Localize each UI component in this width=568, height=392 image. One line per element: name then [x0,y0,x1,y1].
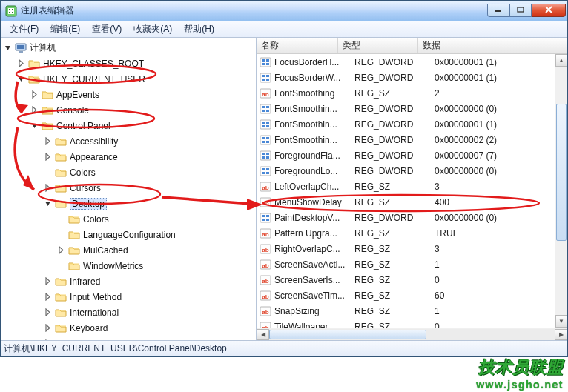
reg-sz-icon [260,196,271,208]
value-data: TRUE [435,228,555,239]
list-row[interactable]: RightOverlapC...REG_SZ3 [257,241,555,256]
list-row[interactable]: FontSmoothin...REG_DWORD0x00000002 (2) [257,132,555,147]
tree-node[interactable]: Accessibility [1,133,256,149]
vertical-scrollbar[interactable]: ▲ ▼ [555,54,567,328]
list-row[interactable]: Pattern Upgra...REG_SZTRUE [257,225,555,241]
list-row[interactable]: ScreenSaverIs...REG_SZ0 [257,272,555,288]
scroll-up-button[interactable]: ▲ [555,54,567,67]
tree-node[interactable]: Control Panel [1,118,256,133]
list-row[interactable]: TileWallpaperREG_SZ0 [257,319,555,328]
scroll-right-button[interactable]: ▶ [555,329,567,340]
expand-icon[interactable] [44,199,52,207]
tree-node[interactable]: Keyboard [1,320,256,336]
value-type: REG_SZ [354,322,435,328]
folder-icon [55,198,67,210]
folder-icon [68,260,80,272]
menu-edit[interactable]: 编辑(E) [44,21,86,37]
tree-pane[interactable]: 计算机HKEY_CLASSES_ROOTHKEY_CURRENT_USERApp… [1,38,257,340]
expand-icon[interactable] [57,246,65,254]
expand-icon[interactable] [17,75,25,83]
tree-node[interactable]: Appearance [1,149,256,165]
horizontal-scrollbar[interactable]: ◀ ▶ [257,328,567,340]
value-type: REG_DWORD [354,150,435,161]
expand-icon[interactable] [44,137,52,145]
value-data: 0x00000000 (0) [435,213,555,223]
tree-node[interactable]: Input Method [1,289,256,305]
tree-node[interactable]: Cursors [1,180,256,196]
tree-node[interactable]: Infrared [1,273,256,289]
value-name: ScreenSaveTim... [274,290,354,301]
list-row[interactable]: FocusBorderW...REG_DWORD0x00000001 (1) [257,70,555,85]
list-row[interactable]: FocusBorderH...REG_DWORD0x00000001 (1) [257,54,555,70]
value-data: 0x00000001 (1) [435,57,555,67]
expand-icon[interactable] [44,324,52,332]
tree-node[interactable]: Colors [1,165,256,180]
list-row[interactable]: ScreenSaveTim...REG_SZ60 [257,288,555,303]
expand-icon[interactable] [30,122,39,130]
list-row[interactable]: ForegroundFla...REG_DWORD0x00000007 (7) [257,147,555,163]
tree-node[interactable]: Mouse [1,336,256,340]
menu-file[interactable]: 文件(F) [4,21,44,37]
list-row[interactable]: FontSmoothingREG_SZ2 [257,85,555,101]
tree-node[interactable]: HKEY_CURRENT_USER [1,71,256,87]
status-path: 计算机\HKEY_CURRENT_USER\Control Panel\Desk… [4,342,227,355]
tree-node[interactable]: Console [1,102,256,118]
list-row[interactable]: ScreenSaveActi...REG_SZ1 [257,256,555,272]
header-name[interactable]: 名称 [257,38,338,53]
expand-icon[interactable] [17,59,25,67]
maximize-button[interactable] [509,4,532,17]
header-type[interactable]: 类型 [338,38,418,53]
menu-help[interactable]: 帮助(H) [178,21,220,37]
expand-icon[interactable] [44,153,52,161]
header-data[interactable]: 数据 [418,38,567,53]
expand-icon[interactable] [44,184,52,192]
folder-icon [55,338,67,341]
reg-sz-icon [260,290,271,302]
menu-favorites[interactable]: 收藏夹(A) [128,21,178,37]
client-area: 计算机HKEY_CLASSES_ROOTHKEY_CURRENT_USERApp… [1,38,567,340]
list-row[interactable]: LeftOverlapCh...REG_SZ3 [257,179,555,194]
scroll-htrack[interactable] [269,329,555,340]
tree-label: HKEY_CLASSES_ROOT [43,59,144,69]
expand-icon[interactable] [30,106,39,114]
tree-node[interactable]: LanguageConfiguration [1,227,256,242]
scroll-down-button[interactable]: ▼ [555,315,567,328]
value-type: REG_DWORD [354,73,435,83]
tree-node[interactable]: WindowMetrics [1,258,256,273]
scroll-left-button[interactable]: ◀ [257,329,269,340]
tree-node[interactable]: International [1,305,256,320]
expand-icon[interactable] [44,308,52,316]
value-type: REG_SZ [354,88,435,99]
reg-dword-icon [260,56,271,68]
list-row[interactable]: MenuShowDelayREG_SZ400 [257,194,555,210]
list-pane: 名称 类型 数据 FocusBorderH...REG_DWORD0x00000… [257,38,567,340]
tree-node[interactable]: HKEY_CLASSES_ROOT [1,56,256,71]
close-button[interactable] [532,4,566,17]
minimize-button[interactable] [487,4,509,17]
scroll-track[interactable] [555,67,567,315]
scroll-hthumb[interactable] [269,330,426,339]
tree-root-node[interactable]: 计算机 [1,40,256,56]
tree-node[interactable]: Colors [1,211,256,227]
expand-icon[interactable] [44,293,52,301]
expand-icon[interactable] [44,339,52,340]
tree-node[interactable]: Desktop [1,196,256,211]
list-row[interactable]: SnapSizingREG_SZ1 [257,303,555,319]
folder-icon [55,291,67,303]
titlebar[interactable]: 注册表编辑器 [1,1,567,21]
scroll-thumb[interactable] [556,104,567,240]
menu-view[interactable]: 查看(V) [86,21,128,37]
list-row[interactable]: FontSmoothin...REG_DWORD0x00000000 (0) [257,101,555,116]
expand-icon[interactable] [44,277,52,285]
reg-sz-icon [260,87,271,99]
list-row[interactable]: ForegroundLo...REG_DWORD0x00000000 (0) [257,163,555,179]
tree-label: AppEvents [56,90,99,100]
list-row[interactable]: FontSmoothin...REG_DWORD0x00000001 (1) [257,116,555,132]
tree-node[interactable]: MuiCached [1,242,256,258]
list-body[interactable]: FocusBorderH...REG_DWORD0x00000001 (1)Fo… [257,54,555,328]
expand-icon[interactable] [30,90,39,99]
expand-icon[interactable] [4,44,12,52]
list-row[interactable]: PaintDesktopV...REG_DWORD0x00000000 (0) [257,210,555,225]
value-data: 0x00000001 (1) [435,73,555,83]
tree-node[interactable]: AppEvents [1,87,256,102]
